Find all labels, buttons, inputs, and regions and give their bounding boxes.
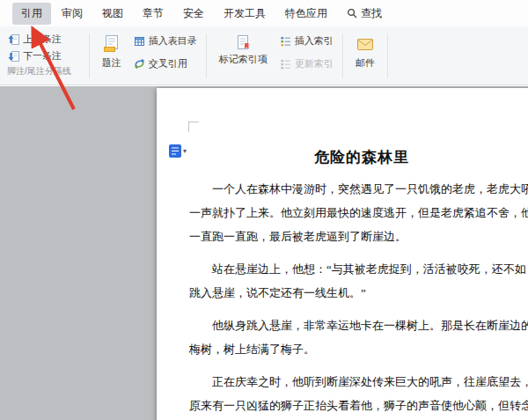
previous-footnote-button[interactable]: 上一条注 [4,31,76,47]
caption-label: 题注 [102,56,121,70]
wps-writer-window: 引用 审阅 视图 章节 安全 开发工具 特色应用 查找 上一条注 下一条注 脚注… [0,0,528,85]
mail-button[interactable]: 邮件 [348,31,383,81]
menu-tab-bar: 引用 审阅 视图 章节 安全 开发工具 特色应用 查找 [0,0,528,26]
ribbon-references: 上一条注 下一条注 脚注/尾注分隔线 题注 插入表目录 交叉引用 [0,26,528,85]
document-page[interactable]: ▾ 危险的森林里 一个人在森林中漫游时，突然遇见了一只饥饿的老虎，老虎大吼一声就… [157,88,528,420]
page-format-icon [169,144,181,158]
arrow-down-page-icon [8,50,19,62]
paragraph-2: 站在悬崖边上，他想：“与其被老虎捉到，活活被咬死，还不如跳入悬崖，说不定还有一线… [189,257,528,305]
caption-button[interactable]: 题注 [94,31,129,81]
cross-reference-label: 交叉引用 [149,57,187,70]
paragraph-4: 正在庆幸之时，他听到断崖深处传来巨大的吼声，往崖底望去，原来有一只凶猛的狮子正抬… [189,370,528,417]
update-index-icon [280,58,291,70]
dropdown-caret-icon: ▾ [183,144,187,155]
tab-developer-tools[interactable]: 开发工具 [215,3,275,25]
tab-view[interactable]: 视图 [93,3,132,25]
footnote-nav-group: 上一条注 下一条注 脚注/尾注分隔线 [4,31,84,81]
document-title: 危险的森林里 [189,146,528,169]
next-footnote-button[interactable]: 下一条注 [4,48,76,63]
tab-find[interactable]: 查找 [338,3,391,25]
search-icon [347,8,357,18]
mail-label: 邮件 [356,56,375,70]
update-index-label: 更新索引 [295,57,334,70]
tab-special-features[interactable]: 特色应用 [276,3,336,25]
reference-insert-group: 插入表目录 交叉引用 [129,31,202,81]
insert-index-icon [280,35,291,47]
table-of-figures-icon [134,35,145,47]
ribbon-group-separator [89,33,90,78]
ribbon-group-separator [206,33,207,78]
mail-icon [356,34,375,54]
insert-table-of-figures-label: 插入表目录 [149,34,197,48]
tab-section[interactable]: 章节 [134,3,172,25]
tab-find-label: 查找 [361,6,382,21]
paragraph-format-marker[interactable]: ▾ [169,144,187,158]
next-footnote-label: 下一条注 [23,49,62,63]
tab-references[interactable]: 引用 [12,3,51,25]
paragraph-3: 他纵身跳入悬崖，非常幸运地卡在一棵树上。那是长在断崖边的梅树，树上结满了梅子。 [189,313,528,361]
cross-reference-button[interactable]: 交叉引用 [129,55,202,71]
footnote-endnote-separator-button[interactable]: 脚注/尾注分隔线 [4,64,76,77]
ribbon-group-separator [342,33,343,78]
document-canvas: ▾ 危险的森林里 一个人在森林中漫游时，突然遇见了一只饥饿的老虎，老虎大吼一声就… [0,86,528,420]
insert-index-label: 插入索引 [295,34,334,48]
insert-table-of-figures-button[interactable]: 插入表目录 [129,33,202,48]
update-index-button[interactable]: 更新索引 [275,55,338,71]
index-group: 插入索引 更新索引 [275,31,338,81]
previous-footnote-label: 上一条注 [23,33,62,46]
cross-reference-icon [134,58,145,70]
tab-security[interactable]: 安全 [174,3,213,25]
paragraph-1: 一个人在森林中漫游时，突然遇见了一只饥饿的老虎，老虎大吼一声就扑了上来。他立刻用… [189,177,528,248]
mark-index-entry-label: 标记索引项 [219,53,268,66]
arrow-up-page-icon [8,33,19,45]
mark-index-entry-button[interactable]: 标记索引项 [211,31,275,81]
mark-index-entry-icon [235,34,251,50]
insert-index-button[interactable]: 插入索引 [275,33,338,48]
footnote-endnote-separator-label: 脚注/尾注分隔线 [7,65,71,77]
caption-icon [102,34,121,54]
tab-review[interactable]: 审阅 [53,3,92,25]
document-content: 危险的森林里 一个人在森林中漫游时，突然遇见了一只饥饿的老虎，老虎大吼一声就扑了… [189,123,528,420]
ribbon-group-separator [387,33,388,78]
